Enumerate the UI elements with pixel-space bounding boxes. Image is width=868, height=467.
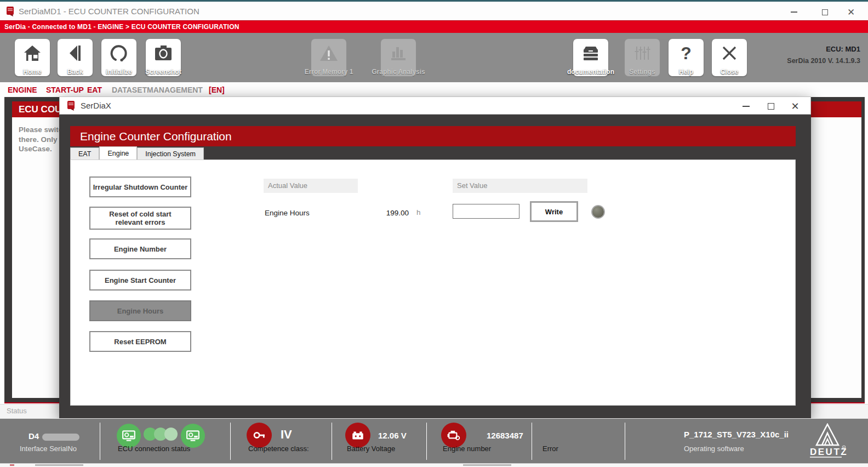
- reset-cold-start-errors-button[interactable]: Reset of cold start relevant errors: [89, 207, 191, 230]
- back-icon: [65, 43, 85, 63]
- maximize-button[interactable]: [812, 6, 837, 18]
- dialog-content: Irregular Shutdown Counter Reset of cold…: [70, 160, 796, 406]
- home-button[interactable]: Home: [15, 39, 50, 76]
- competence-class-value: IV: [281, 428, 292, 442]
- tab-injection-system[interactable]: Injection System: [137, 147, 204, 160]
- dialog-close-button[interactable]: ✕: [783, 100, 807, 112]
- dialog-title: SerDiaX: [81, 101, 111, 110]
- menu-startup[interactable]: START-UP: [46, 86, 84, 94]
- connection-banner: SerDia - Connected to MD1 - ENGINE > ECU…: [0, 20, 868, 33]
- bar-chart-icon: [389, 43, 408, 63]
- edge-mark: [463, 464, 511, 466]
- divider: [230, 423, 231, 460]
- operating-software-label: Operating software: [684, 445, 744, 453]
- bottom-edge-strip: [0, 463, 868, 467]
- engine-hours-row-label: Engine Hours: [265, 209, 310, 217]
- set-value-header: Set Value: [453, 179, 587, 193]
- engine-hours-button[interactable]: Engine Hours: [89, 300, 191, 321]
- divider: [625, 423, 625, 460]
- back-button[interactable]: Back: [58, 39, 93, 76]
- reset-eeprom-button[interactable]: Reset EEPROM: [89, 331, 191, 352]
- tab-engine[interactable]: Engine: [99, 146, 137, 160]
- set-value-input[interactable]: [453, 204, 519, 219]
- ecu-connection-label: ECU connection status: [118, 445, 190, 453]
- dialog-maximize-button[interactable]: [759, 100, 783, 112]
- breadcrumb: SerDia - Connected to MD1 - ENGINE > ECU…: [4, 23, 239, 31]
- help-button[interactable]: ? Help: [669, 39, 704, 76]
- error-label: Error: [542, 445, 558, 453]
- graphic-analysis-button: Graphic Analysis: [381, 39, 416, 76]
- menubar: ENGINE START-UP EAT DATASETMANAGEMENT [E…: [0, 82, 868, 97]
- toolbar: Home Back initialize Screenshot Error Me: [0, 33, 868, 82]
- dialog-header: Engine Counter Configuration: [70, 126, 796, 146]
- error-memory-button: Error Memory 1: [311, 39, 346, 76]
- serdiax-icon: [66, 100, 77, 113]
- screenshot-button[interactable]: Screenshot: [146, 39, 181, 76]
- settings-button: Settings: [625, 39, 660, 76]
- interface-serial-value: D4: [28, 431, 79, 441]
- divider: [532, 423, 532, 460]
- engine-hours-actual-value: 199.00: [317, 209, 409, 217]
- edge-mark: [10, 464, 14, 466]
- write-status-led-icon: [591, 205, 605, 219]
- initialize-icon: [109, 43, 129, 63]
- app-window: SerDiaMD1 - ECU COUNTER CONFIGURATION ✕ …: [0, 0, 868, 467]
- home-icon: [22, 43, 42, 63]
- main-titlebar: SerDiaMD1 - ECU COUNTER CONFIGURATION ✕: [0, 0, 868, 20]
- write-button[interactable]: Write: [530, 201, 578, 222]
- serial-number-pill: [42, 434, 79, 441]
- bottom-statusbar: D4 Interface SerialNo ECU connection sta…: [0, 418, 868, 463]
- tab-eat[interactable]: EAT: [70, 147, 99, 160]
- dialog-minimize-button[interactable]: [734, 100, 758, 112]
- battery-voltage-value: 12.06 V: [378, 431, 407, 440]
- serdiax-dialog: SerDiaX ✕ Engine Counter Configuration E…: [59, 96, 811, 418]
- app-icon: [5, 6, 16, 19]
- engine-number-button[interactable]: Engine Number: [89, 238, 191, 259]
- divider: [426, 423, 427, 460]
- dialog-titlebar: SerDiaX ✕: [59, 96, 811, 115]
- menu-datasetmanagement[interactable]: DATASETMANAGEMENT: [112, 86, 203, 94]
- connection-dot-icon: [164, 428, 178, 441]
- close-window-button[interactable]: ✕: [838, 6, 864, 18]
- battery-voltage-label: Battery Voltage: [347, 445, 395, 453]
- operating-software-value: P_1712_ST5_V723_X10c_ii: [684, 430, 789, 439]
- divider: [332, 423, 332, 460]
- engine-hours-unit: h: [416, 208, 421, 217]
- deutz-logo: R DEUTZ: [806, 423, 849, 460]
- interface-serial-label: Interface SerialNo: [20, 445, 77, 453]
- engine-number-value: 12683487: [487, 431, 523, 440]
- deutz-wordmark: DEUTZ: [810, 447, 848, 457]
- actual-value-header: Actual Value: [264, 179, 358, 193]
- status-label: Status: [7, 407, 27, 415]
- warning-triangle-icon: [319, 43, 339, 63]
- sliders-icon: [632, 43, 652, 63]
- menu-eat[interactable]: EAT: [87, 86, 102, 94]
- competence-class-label: Competence class:: [248, 445, 309, 453]
- irregular-shutdown-counter-button[interactable]: Irregular Shutdown Counter: [89, 176, 191, 197]
- minimize-button[interactable]: [781, 6, 807, 18]
- close-x-icon: [719, 43, 739, 63]
- dialog-tabs: EAT Engine Injection System: [70, 146, 204, 160]
- engine-number-label: Engine number: [443, 445, 491, 453]
- version-label: SerDia 2010 V. 14.1.9.3: [787, 57, 860, 65]
- menu-engine[interactable]: ENGINE: [8, 86, 37, 94]
- camera-icon: [153, 43, 173, 63]
- question-mark-icon: ?: [676, 43, 696, 63]
- divider: [100, 423, 100, 460]
- window-title: SerDiaMD1 - ECU COUNTER CONFIGURATION: [19, 7, 199, 16]
- menu-language[interactable]: [EN]: [209, 86, 225, 94]
- engine-start-counter-button[interactable]: Engine Start Counter: [89, 270, 191, 291]
- initialize-button[interactable]: initialize: [101, 39, 136, 76]
- documentation-button[interactable]: documentation: [573, 39, 608, 76]
- close-app-button[interactable]: Close: [712, 39, 747, 76]
- drawers-icon: [581, 43, 601, 63]
- ecu-label: ECU: MD1: [826, 45, 860, 53]
- edge-mark: [35, 464, 83, 466]
